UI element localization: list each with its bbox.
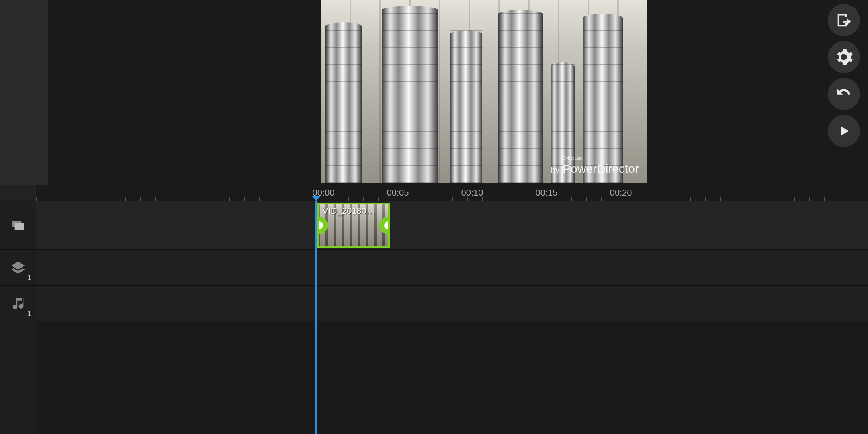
music-icon — [10, 296, 26, 312]
export-film-icon — [835, 11, 853, 29]
ruler-time: 00:10 — [461, 188, 483, 198]
app-root: by CyberLink PowerDirector — [0, 0, 868, 434]
preview-content — [382, 6, 438, 183]
preview-content — [326, 22, 362, 183]
ruler-times: 00:00 00:05 00:10 00:15 00:20 — [36, 185, 868, 201]
watermark: by CyberLink PowerDirector — [551, 162, 639, 176]
undo-icon — [835, 85, 853, 103]
track-row-video[interactable]: VID_20180… — [36, 201, 868, 249]
ruler-time: 00:15 — [535, 188, 557, 198]
timeline-ruler[interactable]: 00:00 00:05 00:10 00:15 00:20 — [0, 185, 868, 201]
right-toolbar — [820, 0, 868, 185]
left-toolbar-bg — [0, 0, 48, 185]
track-rows[interactable]: VID_20180… — [36, 201, 868, 434]
export-button[interactable] — [828, 4, 860, 36]
video-clip[interactable]: VID_20180… — [317, 203, 390, 248]
track-row-audio[interactable] — [36, 285, 868, 321]
ruler-ticks — [36, 197, 868, 201]
track-label-audio[interactable]: 1 — [0, 285, 36, 321]
ruler-spacer — [0, 185, 36, 201]
audio-badge: 1 — [27, 310, 31, 318]
media-icon — [9, 217, 27, 233]
ruler-time: 00:20 — [610, 188, 632, 198]
play-icon — [836, 123, 852, 139]
layers-icon — [9, 260, 27, 276]
timeline-tracks: 1 1 VID_20180… — [0, 201, 868, 434]
watermark-cyberlink: CyberLink — [563, 156, 583, 160]
clip-name: VID_20180… — [322, 206, 375, 216]
playhead[interactable] — [315, 201, 317, 434]
track-label-video[interactable] — [0, 201, 36, 249]
gear-icon — [835, 48, 853, 66]
watermark-product: CyberLink PowerDirector — [563, 162, 639, 176]
track-labels: 1 1 — [0, 201, 36, 434]
preview-content — [583, 14, 623, 183]
preview-content — [498, 10, 542, 183]
ruler-time: 00:05 — [387, 188, 409, 198]
watermark-by: by — [551, 166, 559, 175]
preview-content — [450, 30, 482, 183]
play-button[interactable] — [828, 115, 860, 147]
preview-section: by CyberLink PowerDirector — [0, 0, 868, 185]
watermark-product-text: PowerDirector — [563, 162, 639, 175]
undo-button[interactable] — [828, 78, 860, 110]
settings-button[interactable] — [828, 41, 860, 73]
overlay-badge: 1 — [27, 274, 31, 282]
preview-frame[interactable]: by CyberLink PowerDirector — [321, 0, 647, 183]
preview-area: by CyberLink PowerDirector — [48, 0, 868, 185]
track-row-overlay[interactable] — [36, 249, 868, 285]
track-label-overlay[interactable]: 1 — [0, 249, 36, 285]
